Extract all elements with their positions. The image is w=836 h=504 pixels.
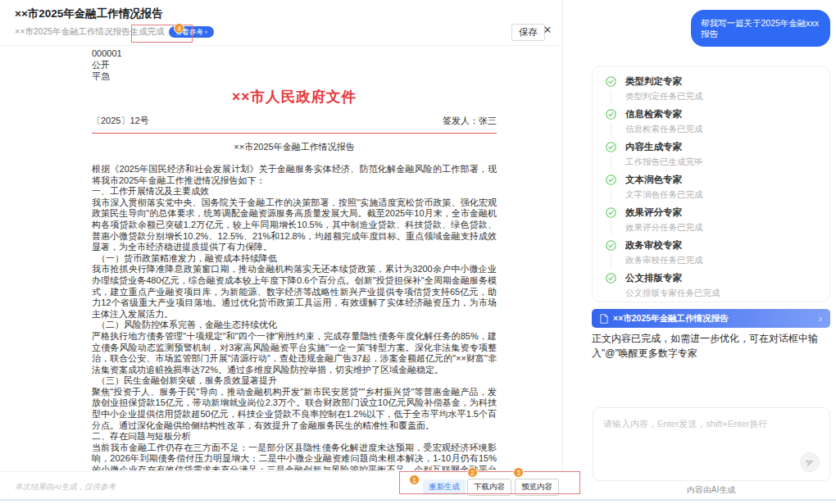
page-title: ××市2025年金融工作情况报告 <box>15 7 163 21</box>
check-circle-icon <box>606 142 616 152</box>
expert-item-layout: 公文排版专家 公文排版专家任务已完成 <box>606 273 816 297</box>
expert-item-type-judgment: 类型判定专家 类型判定任务已完成 <box>606 76 816 101</box>
check-circle-icon <box>606 76 616 87</box>
doc-subheading: （一）货币政策精准发力，融资成本持续降低 <box>92 253 497 265</box>
completion-note: 正文内容已完成，如需进一步优化，可在对话框中输入"@"唤醒更多数字专家 <box>592 331 833 361</box>
check-circle-icon <box>606 175 616 185</box>
document-icon <box>600 314 608 324</box>
doc-subtitle: ××市2025年金融工作情况报告 <box>92 141 497 153</box>
check-circle-icon <box>606 273 616 284</box>
check-circle-icon <box>606 207 616 218</box>
ai-generated-note: 内容由AI生成 <box>592 484 830 496</box>
annotation-badge-3: 3 <box>513 467 524 478</box>
preview-content-button[interactable]: 预览内容 <box>515 479 559 496</box>
doc-paragraph: 当前我市金融工作仍存在三方面不足：一是部分区县隐性债务化解进度未达预期，受宏观经… <box>92 443 497 470</box>
download-content-button[interactable]: 下载内容 <box>467 479 511 496</box>
ai-disclaimer: 本次结果由AI生成，仅供参考 <box>15 482 116 493</box>
doc-number-row: 〔2025〕12号 签发人：张三 <box>92 115 497 127</box>
expert-status: 效果评分任务已完成 <box>625 223 816 232</box>
chat-input[interactable] <box>593 408 829 457</box>
annotation-badge-1: 1 <box>409 474 420 485</box>
expert-status: 信息检索任务已完成 <box>625 125 816 134</box>
expert-title: 类型判定专家 <box>625 76 816 87</box>
page: ××市2025年金融工作情况报告 ××市2025年金融工作情况报告生成完成 查看… <box>0 0 836 504</box>
send-button[interactable] <box>800 452 820 472</box>
check-circle-icon <box>606 240 616 251</box>
doc-serial-number: 000001 <box>92 48 497 59</box>
doc-subheading: （三）民生金融创新突破，服务质效显著提升 <box>92 375 497 387</box>
chat-input-container <box>593 407 830 481</box>
doc-paragraph: 严格执行地方债务管理"十项规定"和"四个一律"刚性约束，完成存量隐性债务年度化解… <box>92 331 497 375</box>
red-divider <box>92 133 497 134</box>
expert-status: 类型判定任务已完成 <box>625 92 816 101</box>
send-icon <box>803 456 816 468</box>
expert-status: 文字润色任务已完成 <box>625 190 816 199</box>
regenerate-button[interactable]: 重新生成 <box>423 479 466 495</box>
doc-urgency: 平急 <box>92 70 497 82</box>
doc-heading: 二、存在问题与短板分析 <box>92 431 497 443</box>
doc-issue-number: 〔2025〕12号 <box>92 115 149 127</box>
doc-paragraph: 我市抢抓央行降准降息政策窗口期，推动金融机构落实无还本续贷政策，累计为3200余… <box>92 264 497 320</box>
doc-subheading: （二）风险防控体系完善，金融生态持续优化 <box>92 320 497 331</box>
generation-status-text: ××市2025年金融工作情况报告生成完成 <box>15 26 165 38</box>
expert-status: 公文排版专家任务已完成 <box>625 288 816 297</box>
chevron-right-icon: › <box>819 313 822 325</box>
document-editor-panel: ××市2025年金融工作情况报告 ××市2025年金融工作情况报告生成完成 查看… <box>0 0 563 500</box>
generated-doc-link[interactable]: ××市2025年金融工作情况报告 › <box>592 309 830 328</box>
expert-item-gov-review: 政务审校专家 政务审校任务已完成 <box>606 240 816 265</box>
save-button[interactable]: 保存 <box>511 24 545 41</box>
generated-doc-title: ××市2025年金融工作情况报告 <box>613 313 819 325</box>
page-bottom-divider <box>0 499 836 501</box>
close-icon[interactable]: ✕ <box>541 24 554 36</box>
doc-paragraph: 我市深入贯彻落实党中央、国务院关于金融工作的决策部署，按照"实施适度宽松货币政策… <box>92 198 497 253</box>
expert-item-content-generation: 内容生成专家 工作报告已生成完毕 <box>606 142 816 166</box>
expert-status: 工作报告已生成完毕 <box>625 157 816 166</box>
annotation-badge-4: 4 <box>174 23 184 34</box>
expert-progress-card: 类型判定专家 类型判定任务已完成 信息检索专家 信息检索任务已完成 内容生成专家… <box>592 66 830 302</box>
expert-item-text-polish: 文本润色专家 文字润色任务已完成 <box>606 175 816 199</box>
doc-heading: 一、工作开展情况及主要成效 <box>92 186 497 198</box>
expert-title: 信息检索专家 <box>625 109 816 120</box>
user-chat-bubble: 帮我写一篇关于2025年金融xxx报告 <box>691 10 830 47</box>
expert-item-effect-scoring: 效果评分专家 效果评分任务已完成 <box>606 207 816 232</box>
check-circle-icon <box>606 109 616 120</box>
expert-title: 公文排版专家 <box>625 273 816 284</box>
expert-title: 政务审校专家 <box>625 240 816 251</box>
header-divider <box>0 45 563 46</box>
expert-title: 效果评分专家 <box>625 207 816 218</box>
doc-visibility: 公开 <box>92 59 497 70</box>
expert-title: 文本润色专家 <box>625 175 816 185</box>
expert-status: 政务审校任务已完成 <box>625 256 816 265</box>
doc-red-title: ××市人民政府文件 <box>92 87 497 107</box>
expert-title: 内容生成专家 <box>625 142 816 152</box>
annotation-badge-2: 2 <box>467 467 478 478</box>
doc-body: 根据《2025年国民经济和社会发展计划》关于金融服务实体经济、防范化解金融风险的… <box>92 164 497 470</box>
expert-item-info-retrieval: 信息检索专家 信息检索任务已完成 <box>606 109 816 134</box>
document-content[interactable]: 000001 公开 平急 ××市人民政府文件 〔2025〕12号 签发人：张三 … <box>92 48 497 470</box>
doc-signer: 签发人：张三 <box>443 115 497 127</box>
doc-paragraph: 聚焦"投资于人、服务于民"导向，推动金融机构开发"新市民安居贷""乡村振兴贷"等… <box>92 387 497 431</box>
doc-paragraph: 根据《2025年国民经济和社会发展计划》关于金融服务实体经济、防范化解金融风险的… <box>92 164 497 186</box>
